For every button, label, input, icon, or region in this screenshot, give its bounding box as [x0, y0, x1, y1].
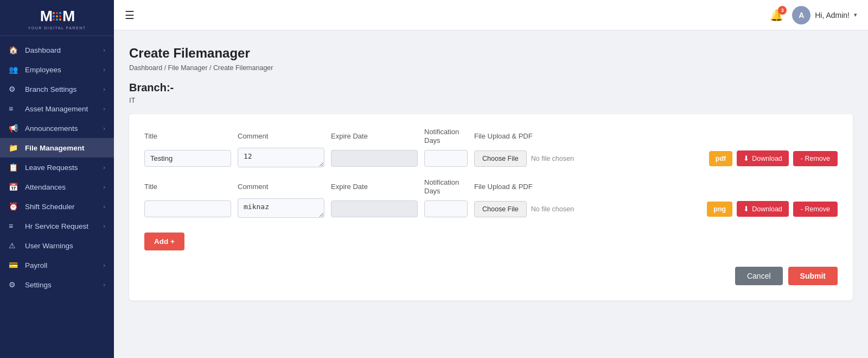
arrow-icon: › [103, 262, 105, 268]
announcements-icon: 📢 [9, 124, 20, 133]
sidebar-label-branch: Branch Settings [25, 85, 103, 93]
breadcrumb-current: Create Filemanager [213, 64, 273, 72]
arrow-icon: › [103, 164, 105, 171]
sidebar-item-user-warnings[interactable]: ⚠ User Warnings [0, 236, 114, 255]
arrow-icon: › [103, 281, 105, 288]
branch-label: Branch:- [129, 81, 853, 94]
sidebar-label-warnings: User Warnings [25, 242, 105, 250]
submit-button[interactable]: Submit [788, 267, 838, 285]
shift-icon: ⏰ [9, 202, 20, 211]
sidebar-item-employees[interactable]: 👥 Employees › [0, 60, 114, 79]
cancel-button[interactable]: Cancel [735, 267, 783, 285]
col-header-expire-1: Expire Date [331, 132, 368, 140]
download-icon-2: ⬇ [743, 205, 749, 213]
col-header-upload-1: File Upload & PDF [474, 132, 533, 140]
sidebar-item-leave-requests[interactable]: 📋 Leave Requests › [0, 158, 114, 177]
logo-subtitle: YOUR DIGITAL PARENT [28, 26, 86, 30]
col-header-expire-2: Expire Date [331, 183, 368, 191]
topbar-left: ☰ [125, 9, 135, 22]
download-button-2[interactable]: ⬇ Download [737, 201, 789, 217]
comment-input-1[interactable]: 12 [238, 148, 324, 167]
sidebar-label-dashboard: Dashboard [25, 46, 103, 54]
page-title: Create Filemanager [129, 46, 853, 61]
file-icon: 📁 [9, 143, 20, 152]
choose-file-button-2[interactable]: Choose File [474, 201, 527, 217]
arrow-icon: › [103, 184, 105, 190]
sidebar-label-settings: Settings [25, 281, 103, 289]
choose-file-button-1[interactable]: Choose File [474, 150, 527, 167]
row-actions-2: png ⬇ Download - Remove [707, 201, 838, 217]
expire-date-input-1[interactable]: 2024-05-28 [331, 150, 418, 167]
user-menu[interactable]: A Hi, Admin! ▾ [792, 6, 857, 24]
sidebar-item-settings[interactable]: ⚙ Settings › [0, 275, 114, 294]
notif-days-input-2[interactable]: 30 [424, 200, 468, 217]
form-card: Title Comment Expire Date Notification D… [129, 114, 853, 300]
arrow-icon: › [103, 47, 105, 53]
main-area: ☰ 🔔 3 A Hi, Admin! ▾ Create Filemanager … [114, 0, 868, 358]
col-header-comment-1: Comment [238, 132, 268, 140]
remove-button-1[interactable]: - Remove [793, 151, 838, 166]
hamburger-button[interactable]: ☰ [125, 9, 135, 22]
sidebar-item-payroll[interactable]: 💳 Payroll › [0, 255, 114, 275]
title-input-1[interactable] [144, 150, 231, 167]
chevron-down-icon: ▾ [854, 11, 857, 18]
row-actions-1: pdf ⬇ Download - Remove [709, 150, 838, 166]
sidebar-label-announcements: Announcements [25, 124, 103, 133]
col-header-title-1: Title [144, 132, 157, 140]
sidebar-label-attendance: Attendances [25, 183, 103, 191]
user-greeting: Hi, Admin! [815, 11, 850, 20]
download-icon-1: ⬇ [743, 154, 749, 162]
branch-icon: ⚙ [9, 85, 20, 93]
topbar: ☰ 🔔 3 A Hi, Admin! ▾ [114, 0, 868, 30]
dashboard-icon: 🏠 [9, 46, 20, 54]
payroll-icon: 💳 [9, 261, 20, 269]
file-chosen-label-1: No file chosen [531, 155, 574, 162]
sidebar-item-shift-scheduler[interactable]: ⏰ Shift Scheduler › [0, 197, 114, 216]
sidebar-item-hr-service[interactable]: ≡ Hr Service Request › [0, 216, 114, 236]
arrow-icon: › [103, 125, 105, 131]
sidebar-item-file-management[interactable]: 📁 File Management [0, 138, 114, 158]
notification-button[interactable]: 🔔 3 [770, 9, 783, 22]
arrow-icon: › [103, 105, 105, 112]
page-content: Create Filemanager Dashboard / File Mana… [114, 30, 868, 358]
file-chosen-label-2: No file chosen [531, 205, 574, 213]
sidebar-item-announcements[interactable]: 📢 Announcements › [0, 118, 114, 138]
sidebar-nav: 🏠 Dashboard › 👥 Employees › ⚙ Branch Set… [0, 36, 114, 358]
breadcrumb-dashboard[interactable]: Dashboard [129, 64, 162, 72]
remove-button-2[interactable]: - Remove [793, 202, 838, 217]
breadcrumb-file-manager[interactable]: File Manager [168, 64, 208, 72]
asset-icon: ≡ [9, 104, 20, 113]
comment-input-2[interactable]: miknaz [238, 198, 324, 218]
expire-date-input-2[interactable]: 2024-05-31 [331, 200, 418, 217]
settings-icon: ⚙ [9, 280, 20, 289]
arrow-icon: › [103, 86, 105, 92]
sidebar-label-asset: Asset Management [25, 105, 103, 113]
hr-icon: ≡ [9, 222, 20, 230]
logo-mark: M M [28, 8, 86, 25]
sidebar-item-asset-management[interactable]: ≡ Asset Management › [0, 99, 114, 118]
sidebar-label-payroll: Payroll [25, 261, 103, 269]
sidebar-label-leave: Leave Requests [25, 164, 103, 172]
col-header-notif-2: Notification Days [424, 178, 459, 195]
title-input-2[interactable]: License [144, 200, 231, 217]
sidebar-item-dashboard[interactable]: 🏠 Dashboard › [0, 40, 114, 60]
download-button-1[interactable]: ⬇ Download [737, 150, 789, 166]
add-row-button[interactable]: Add + [144, 233, 184, 250]
notif-days-input-1[interactable]: 1 [424, 150, 468, 167]
warning-icon: ⚠ [9, 241, 20, 250]
arrow-icon: › [103, 203, 105, 210]
sidebar: M M YOUR DIGITAL PARENT 🏠 D [0, 0, 114, 358]
leave-icon: 📋 [9, 163, 20, 172]
sidebar-label-employees: Employees [25, 66, 103, 74]
branch-value: IT [129, 96, 853, 104]
sidebar-item-attendances[interactable]: 📅 Attendances › [0, 177, 114, 197]
col-header-comment-2: Comment [238, 183, 268, 191]
pdf-badge-button-1[interactable]: pdf [709, 151, 732, 166]
sidebar-item-branch-settings[interactable]: ⚙ Branch Settings › [0, 79, 114, 99]
attendance-icon: 📅 [9, 183, 20, 191]
png-badge-button-2[interactable]: png [707, 202, 732, 217]
form-actions: Cancel Submit [144, 267, 838, 285]
sidebar-label-shift: Shift Scheduler [25, 203, 103, 211]
sidebar-label-file: File Management [25, 144, 105, 152]
notification-badge: 3 [778, 6, 787, 15]
